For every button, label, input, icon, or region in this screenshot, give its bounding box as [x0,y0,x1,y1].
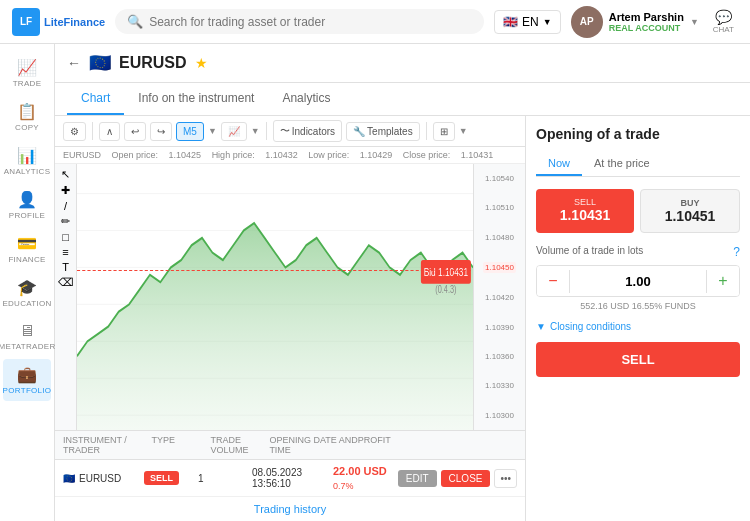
edit-button[interactable]: EDIT [398,470,437,487]
sidebar-item-trade[interactable]: 📈 TRADE [3,52,51,94]
logo-text: LiteFinance [44,16,105,28]
user-badge: REAL ACCOUNT [609,23,684,33]
more-options-button[interactable]: ••• [494,469,517,488]
right-panel: Opening of a trade Now At the price SELL… [525,116,750,521]
sidebar-item-education[interactable]: 🎓 EDUCATION [3,272,51,314]
closing-conditions-toggle[interactable]: ▼ Closing conditions [536,321,740,332]
settings-button[interactable]: ⚙ [63,122,86,141]
text-icon[interactable]: T [62,261,69,273]
grid-button[interactable]: ⊞ [433,122,455,141]
redo-button[interactable]: ↪ [150,122,172,141]
sidebar-item-label-trade: TRADE [13,79,42,88]
chart-area: ⚙ ∧ ↩ ↪ M5 ▼ 📈 ▼ 〜 Indicators 🔧 [55,116,525,521]
indicators-button[interactable]: 〜 Indicators [273,120,342,142]
user-info[interactable]: AP Artem Parshin REAL ACCOUNT ▼ [571,6,699,38]
td-volume: 1 [198,473,252,484]
logo-icon: LF [12,8,40,36]
sidebar-item-profile[interactable]: 👤 PROFILE [3,184,51,226]
sidebar-item-analytics[interactable]: 📊 ANALYTICS [3,140,51,182]
search-icon: 🔍 [127,14,143,29]
chevron-down-icon: ▼ [536,321,546,332]
help-icon[interactable]: ? [733,245,740,259]
rect-icon[interactable]: □ [62,231,69,243]
main-tabs: Chart Info on the instrument Analytics [55,83,750,116]
svg-text:(0.4.3): (0.4.3) [435,283,456,295]
search-input[interactable] [149,15,472,29]
volume-decrease-button[interactable]: − [537,266,569,296]
favorite-star-icon[interactable]: ★ [195,55,208,71]
td-profit: 22.00 USD 0.7% [333,465,398,491]
high-value: 1.10432 [265,150,298,160]
chart-panel: ⚙ ∧ ↩ ↪ M5 ▼ 📈 ▼ 〜 Indicators 🔧 [55,116,750,521]
sell-price-button[interactable]: SELL 1.10431 [536,189,634,233]
panel-title: Opening of a trade [536,126,740,142]
tab-analytics[interactable]: Analytics [268,83,344,115]
pen-icon[interactable]: ✏ [61,215,70,228]
templates-button[interactable]: 🔧 Templates [346,122,420,141]
th-type: TYPE [151,435,210,455]
sidebar-item-finance[interactable]: 💳 FINANCE [3,228,51,270]
sidebar-item-label-portfolio: PORTFOLIO [3,386,52,395]
line-icon[interactable]: / [64,200,67,212]
th-date: OPENING DATE AND TIME [269,435,357,455]
sidebar-item-label-profile: PROFILE [9,211,45,220]
trading-history-link[interactable]: Trading history [55,497,525,521]
closing-conditions-label: Closing conditions [550,321,631,332]
sidebar-item-label-finance: FINANCE [8,255,45,264]
back-button[interactable]: ← [67,55,81,71]
chart-toolbar: ⚙ ∧ ↩ ↪ M5 ▼ 📈 ▼ 〜 Indicators 🔧 [55,116,525,147]
table-header: INSTRUMENT / TRADER TYPE TRADE VOLUME OP… [55,431,525,460]
open-value: 1.10425 [169,150,202,160]
timeframe-button[interactable]: M5 [176,122,204,141]
volume-info: 552.16 USD 16.55% FUNDS [536,301,740,311]
close-trade-button[interactable]: CLOSE [441,470,491,487]
fib-icon[interactable]: ≡ [62,246,68,258]
chevron-down-icon: ▼ [543,17,552,27]
tab-chart[interactable]: Chart [67,83,124,115]
search-bar[interactable]: 🔍 [115,9,484,34]
price-level-5: 1.10420 [485,293,514,302]
sidebar-item-metatrader[interactable]: 🖥 METATRADER [3,316,51,357]
indicators-icon: 〜 [280,124,290,138]
panel-tab-at-price[interactable]: At the price [582,152,662,176]
metatrader-icon: 🖥 [19,322,35,340]
chart-svg: Bid 1.10431 (0.4.3) [77,164,473,430]
buy-price-button[interactable]: BUY 1.10451 [640,189,740,233]
th-instrument: INSTRUMENT / TRADER [63,435,151,455]
language-selector[interactable]: 🇬🇧 EN ▼ [494,10,561,34]
header-right: 🇬🇧 EN ▼ AP Artem Parshin REAL ACCOUNT ▼ … [494,5,738,38]
bottom-table: INSTRUMENT / TRADER TYPE TRADE VOLUME OP… [55,430,525,521]
instrument-flag: 🇪🇺 [89,52,111,74]
profit-percent: 0.7% [333,481,354,491]
td-instrument: 🇪🇺 EURUSD [63,473,144,484]
content-area: ← 🇪🇺 EURUSD ★ Chart Info on the instrume… [55,44,750,521]
move-up-button[interactable]: ∧ [99,122,120,141]
eraser-icon[interactable]: ⌫ [58,276,74,289]
sidebar-item-copy[interactable]: 📋 COPY [3,96,51,138]
svg-text:Bid 1.10431: Bid 1.10431 [424,266,469,279]
chat-button[interactable]: 💬 CHAT [709,5,738,38]
sidebar-item-portfolio[interactable]: 💼 PORTFOLIO [3,359,51,401]
user-chevron-icon: ▼ [690,17,699,27]
cursor-icon[interactable]: ↖ [61,168,70,181]
sidebar-item-label-copy: COPY [15,123,39,132]
th-actions [429,435,517,455]
trade-icon: 📈 [17,58,37,77]
th-volume: TRADE VOLUME [210,435,269,455]
chart-type-button[interactable]: 📈 [221,122,247,141]
panel-tab-now[interactable]: Now [536,152,582,176]
templates-label: Templates [367,126,413,137]
td-actions: EDIT CLOSE ••• [398,469,517,488]
volume-increase-button[interactable]: + [707,266,739,296]
price-level-9: 1.10300 [485,411,514,420]
price-axis: 1.10540 1.10510 1.10480 1.10450 1.10420 … [473,164,525,430]
tab-info[interactable]: Info on the instrument [124,83,268,115]
portfolio-icon: 💼 [17,365,37,384]
copy-icon: 📋 [17,102,37,121]
logo: LF LiteFinance [12,8,105,36]
lang-text: EN [522,15,539,29]
cross-icon[interactable]: ✚ [61,184,70,197]
chart-symbol: EURUSD [63,150,101,160]
action-sell-button[interactable]: SELL [536,342,740,377]
undo-button[interactable]: ↩ [124,122,146,141]
